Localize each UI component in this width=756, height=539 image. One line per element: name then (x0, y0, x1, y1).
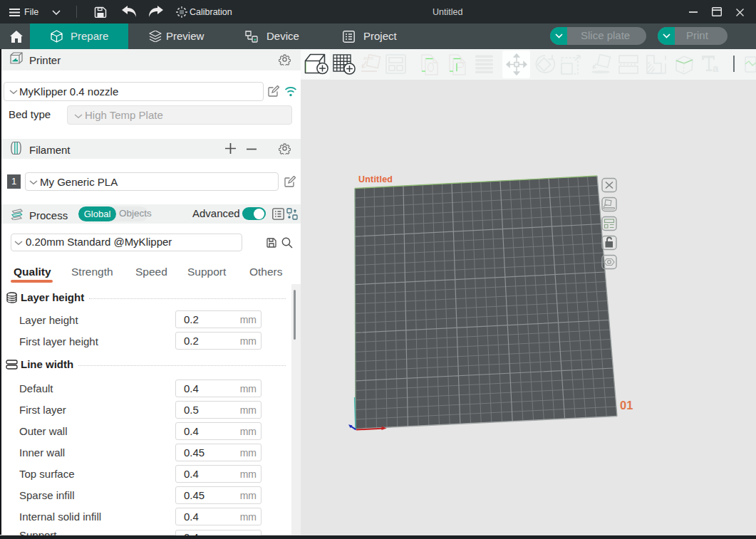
svg-text:AUTO: AUTO (363, 56, 373, 61)
svg-text:Untitled: Untitled (358, 174, 393, 184)
svg-text:01: 01 (620, 399, 633, 412)
svg-text:a: a (713, 62, 719, 74)
